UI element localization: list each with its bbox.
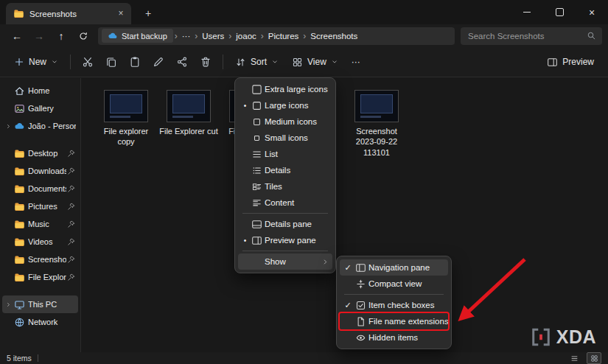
copy-icon (105, 56, 117, 68)
file-item[interactable]: File Explorer cut (158, 90, 220, 136)
sidebar-item-gallery[interactable]: Gallery (2, 99, 78, 117)
sidebar-section-gap (0, 135, 80, 144)
menu-item-navigation-pane[interactable]: ✓ Navigation pane (340, 259, 448, 276)
more-options-button[interactable]: ··· (345, 51, 367, 73)
new-tab-button[interactable]: + (139, 7, 158, 21)
sidebar-item-label: Desktop (28, 149, 66, 158)
refresh-button[interactable] (72, 27, 94, 46)
item-count: 5 items (7, 354, 32, 363)
breadcrumb-ellipsis[interactable]: ··· (179, 31, 194, 41)
submenu-arrow-icon (321, 258, 329, 266)
menu-item-tiles[interactable]: Tiles (238, 178, 332, 195)
breadcrumb-user[interactable]: joaoc (233, 31, 259, 41)
menu-item-compact-view[interactable]: Compact view (340, 276, 448, 292)
menu-item-extra-large-icons[interactable]: Extra large icons (238, 81, 332, 97)
delete-button[interactable] (194, 51, 217, 73)
rename-button[interactable] (147, 51, 170, 73)
paste-button[interactable] (123, 51, 147, 73)
address-bar[interactable]: Start backup › ··· › Users › joaoc › Pic… (98, 27, 455, 45)
chevron-right-icon[interactable] (4, 301, 13, 308)
sidebar-item-downloads[interactable]: Downloads (2, 162, 78, 180)
sidebar-item-videos[interactable]: Videos (2, 233, 78, 251)
menu-item-medium-icons[interactable]: Medium icons (238, 113, 332, 130)
pin-icon (66, 167, 76, 175)
up-button[interactable]: ↑ (50, 27, 72, 46)
menu-item-label: Medium icons (265, 117, 329, 126)
chevron-right-icon[interactable] (4, 123, 13, 130)
sidebar-item-music[interactable]: Music (2, 215, 78, 233)
sidebar-item-documents[interactable]: Documents (2, 180, 78, 197)
menu-item-preview-pane[interactable]: • Preview pane (238, 232, 332, 248)
back-button[interactable]: ← (6, 27, 28, 46)
menu-item-file-name-extensions[interactable]: File name extensions (340, 313, 448, 329)
menu-item-label: Details pane (265, 220, 329, 228)
menu-item-hidden-items[interactable]: Hidden items (340, 329, 448, 346)
details-view-toggle[interactable] (567, 353, 581, 363)
tab-close-icon[interactable]: × (115, 8, 127, 20)
sidebar-item-label: File Explorer (28, 273, 66, 281)
hidden-items-icon (353, 332, 368, 343)
menu-separator (242, 213, 328, 214)
share-button[interactable] (170, 51, 194, 73)
search-input[interactable] (467, 31, 587, 41)
explorer-tab[interactable]: Screenshots × (6, 3, 131, 24)
menu-item-item-check-boxes[interactable]: ✓ Item check boxes (340, 297, 448, 313)
close-button[interactable]: × (576, 0, 608, 24)
menu-item-show[interactable]: Show (238, 253, 332, 270)
cut-button[interactable] (76, 51, 99, 73)
compact-view-icon (353, 279, 368, 290)
small-icons-icon (249, 133, 265, 144)
rename-icon (153, 56, 164, 68)
menu-item-list[interactable]: List (238, 146, 332, 162)
sidebar-item-label: Pictures (28, 202, 66, 211)
start-backup-button[interactable]: Start backup (102, 29, 173, 43)
sidebar-item-label: Videos (28, 237, 66, 246)
sidebar-item-this-pc[interactable]: This PC (2, 295, 78, 313)
large-icons-icon (249, 100, 265, 111)
minimize-button[interactable] (511, 0, 543, 24)
file-thumbnail (104, 90, 148, 122)
view-button[interactable]: View (285, 51, 345, 73)
sidebar-item-home[interactable]: Home (2, 82, 78, 99)
breadcrumb-pictures[interactable]: Pictures (265, 31, 302, 41)
folder-icon (13, 148, 26, 159)
breadcrumb-screenshots[interactable]: Screenshots (307, 31, 360, 41)
extra-large-icons-icon (249, 84, 265, 95)
menu-item-details-pane[interactable]: Details pane (238, 216, 332, 232)
menu-item-small-icons[interactable]: Small icons (238, 130, 332, 146)
preview-toggle-button[interactable]: Preview (540, 51, 601, 73)
sidebar-item-network[interactable]: Network (2, 313, 78, 331)
menu-item-content[interactable]: Content (238, 195, 332, 211)
file-item[interactable]: File explorer copy (95, 90, 157, 147)
copy-button[interactable] (99, 51, 123, 73)
folder-icon (13, 166, 26, 177)
network-icon (13, 317, 26, 328)
sidebar-section-gap (0, 286, 80, 295)
sidebar-item-screenshots[interactable]: Screenshots (2, 251, 78, 268)
sidebar-item-label: Screenshots (28, 255, 66, 264)
sidebar-item-desktop[interactable]: Desktop (2, 144, 78, 162)
sidebar-item-pictures[interactable]: Pictures (2, 197, 78, 215)
pin-icon (66, 203, 76, 211)
large-thumbnails-view-toggle[interactable] (587, 352, 601, 364)
forward-button[interactable]: → (28, 27, 50, 46)
menu-item-details[interactable]: Details (238, 162, 332, 178)
home-icon (13, 85, 26, 97)
pin-icon (66, 256, 76, 264)
sidebar-item-onedrive[interactable]: João - Personal (2, 117, 78, 135)
preview-pane-icon (249, 235, 265, 246)
title-bar: Screenshots × + × (0, 0, 608, 24)
new-button[interactable]: New (7, 51, 65, 73)
sidebar-item-file-explorer[interactable]: File Explorer (2, 268, 78, 286)
chevron-down-icon (271, 58, 279, 66)
sort-button[interactable]: Sort (228, 51, 285, 73)
maximize-button[interactable] (543, 0, 576, 24)
file-item[interactable]: Screenshot 2023-09-22 113101 (346, 90, 408, 158)
menu-item-label: Preview pane (265, 236, 329, 245)
breadcrumb-users[interactable]: Users (199, 31, 227, 41)
sidebar-item-label: Home (28, 86, 76, 95)
pin-icon (66, 238, 76, 246)
toolbar-divider (223, 55, 223, 69)
search-box[interactable] (461, 27, 602, 45)
menu-item-large-icons[interactable]: • Large icons (238, 97, 332, 113)
